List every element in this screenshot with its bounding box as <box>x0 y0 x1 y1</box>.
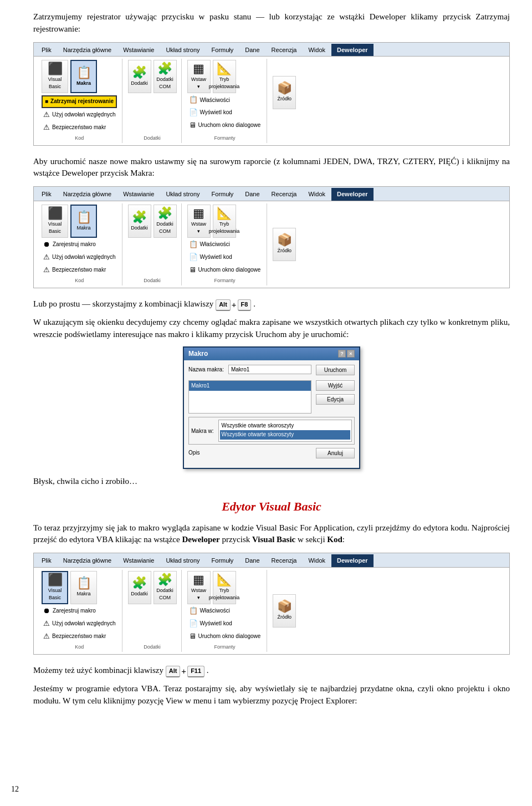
wyswietl-kod-btn-3[interactable]: 📄 Wyświetl kod <box>187 618 234 630</box>
tab-uklad-2[interactable]: Układ strony <box>160 188 205 201</box>
tab-narzedzia-3[interactable]: Narzędzia główne <box>58 554 117 567</box>
paragraph-1: Zatrzymujemy rejestrator używając przyci… <box>33 11 510 35</box>
uruchom-okno-btn-1[interactable]: 🖥 Uruchom okno dialogowe <box>187 120 263 131</box>
tab-uklad-3[interactable]: Układ strony <box>160 554 205 567</box>
dropdown-item-1[interactable]: Wszystkie otwarte skoroszyty <box>220 421 350 431</box>
visual-basic-btn-3[interactable]: ⬛ VisualBasic <box>42 571 68 604</box>
makra-btn-2[interactable]: 📋 Makra <box>70 205 97 238</box>
tab-wstawianie-2[interactable]: Wstawianie <box>117 188 160 201</box>
tab-narzedzia-2[interactable]: Narzędzia główne <box>58 188 117 201</box>
dialog-cancel-btn[interactable]: Anuluj <box>316 448 355 458</box>
tab-uklad-1[interactable]: Układ strony <box>160 44 205 57</box>
tab-widok-3[interactable]: Widok <box>303 554 331 567</box>
wstaw-btn-3[interactable]: ▦ Wstaw ▾ <box>187 571 211 604</box>
tab-plik-2[interactable]: Plik <box>36 188 57 201</box>
wstaw-btn-2[interactable]: ▦ Wstaw ▾ <box>187 205 211 238</box>
dodatki-com-btn-3[interactable]: 🧩 Dodatki COM <box>154 571 177 604</box>
dodatki-row-2: 🧩 Dodatki 🧩 Dodatki COM <box>128 205 177 238</box>
bezp-btn-2[interactable]: ⚠ Bezpieczeństwo makr <box>42 264 108 276</box>
tab-recenzja-3[interactable]: Recenzja <box>266 554 303 567</box>
formanty-content-1: ▦ Wstaw ▾ 📐 Tryb projektowania 📋 Właściw… <box>187 60 263 133</box>
odwolania-icon-1: ⚠ <box>43 110 50 120</box>
dropdown-item-2[interactable]: Wszystkie otwarte skoroszyty <box>220 430 350 440</box>
dialog-list-item-1[interactable]: Makro1 <box>189 381 311 391</box>
odwolania-btn-3[interactable]: ⚠ Użyj odwołań względnych <box>42 618 117 630</box>
tab-wstawianie-1[interactable]: Wstawianie <box>117 44 160 57</box>
wyswietl-kod-btn-1[interactable]: 📄 Wyświetl kod <box>187 107 234 119</box>
tab-plik-3[interactable]: Plik <box>36 554 57 567</box>
p2-text: Aby uruchomić nasze nowe makro ustawmy s… <box>33 157 510 178</box>
dialog-exit-btn[interactable]: Wyjść <box>316 380 355 391</box>
dialog-macro-list[interactable]: Makro1 <box>188 380 311 414</box>
tab-narzedzia-1[interactable]: Narzędzia główne <box>58 44 117 57</box>
dodatki-content-1: 🧩 Dodatki 🧩 Dodatki COM <box>128 60 177 133</box>
dialog-close-btn[interactable]: × <box>347 350 355 358</box>
wstaw-btn-1[interactable]: ▦ Wstaw ▾ <box>187 60 211 93</box>
dod-com2-label: Dodatki COM <box>156 221 175 235</box>
visual-basic-btn-1[interactable]: ⬛ VisualBasic <box>42 60 68 93</box>
dodatki-com-btn-1[interactable]: 🧩 Dodatki COM <box>154 60 177 93</box>
bezp3-icon: ⚠ <box>43 631 50 642</box>
wlasciw-icon-1: 📋 <box>189 95 198 105</box>
tab-formuly-1[interactable]: Formuły <box>206 44 239 57</box>
tab-dane-3[interactable]: Dane <box>239 554 265 567</box>
tab-deweloper-1[interactable]: Deweloper <box>331 44 374 57</box>
dialog-dropdown[interactable]: Wszystkie otwarte skoroszyty Wszystkie o… <box>218 420 352 442</box>
wlasciwosci-btn-3[interactable]: 📋 Właściwości <box>187 605 232 617</box>
tryb-btn-3[interactable]: 📐 Tryb projektowania <box>213 571 236 604</box>
zarejestruj-btn-3[interactable]: ⏺ Zarejestruj makro <box>42 605 98 617</box>
makra-btn-3[interactable]: 📋 Makra <box>70 571 97 604</box>
vb3-label: VisualBasic <box>48 587 62 601</box>
makra-btn-1[interactable]: 📋 Makra <box>70 60 97 93</box>
bezp-btn-3[interactable]: ⚠ Bezpieczeństwo makr <box>42 631 108 642</box>
dod-com3-icon: 🧩 <box>157 574 172 586</box>
zrodlo-btn-3[interactable]: 📦 Źródło <box>273 594 296 628</box>
wstaw-icon-1: ▦ <box>193 63 204 75</box>
odwolania-btn-1[interactable]: ⚠ Użyj odwołań względnych <box>42 109 117 121</box>
tab-recenzja-2[interactable]: Recenzja <box>266 188 303 201</box>
wlasciw3-label: Właściwości <box>200 607 230 615</box>
wlasciwosci-btn-1[interactable]: 📋 Właściwości <box>187 94 232 106</box>
zatrzymaj-btn-1[interactable]: ■ Zatrzymaj rejestrowanie <box>42 95 117 108</box>
dropdown-item-3[interactable]: Ten skoroszyt <box>220 440 350 442</box>
wyswietl-kod-btn-2[interactable]: 📄 Wyświetl kod <box>187 252 234 263</box>
ribbon-group-dodatki-2: 🧩 Dodatki 🧩 Dodatki COM Dodatki <box>124 203 182 285</box>
zrodlo-btn-2[interactable]: 📦 Źródło <box>273 228 296 261</box>
ribbon-body-3: ⬛ VisualBasic 📋 Makra ⏺ Zarejestruj makr… <box>34 568 509 654</box>
dodatki-com-btn-2[interactable]: 🧩 Dodatki COM <box>154 205 177 238</box>
dodatki-btn-3[interactable]: 🧩 Dodatki <box>128 571 151 604</box>
odwolania-btn-2[interactable]: ⚠ Użyj odwołań względnych <box>42 252 117 263</box>
tab-widok-2[interactable]: Widok <box>303 188 331 201</box>
uruchom-okno-btn-3[interactable]: 🖥 Uruchom okno dialogowe <box>187 631 263 642</box>
dialog-run-btn[interactable]: Uruchom <box>316 365 355 375</box>
dialog-edit-btn[interactable]: Edycja <box>316 394 355 405</box>
wyswietl2-label: Wyświetl kod <box>200 253 232 262</box>
tryb2-label: Tryb projektowania <box>209 221 240 235</box>
tab-widok-1[interactable]: Widok <box>303 44 331 57</box>
bezpieczenstwo-btn-1[interactable]: ⚠ Bezpieczeństwo makr <box>42 122 108 134</box>
uruchom-okno-btn-2[interactable]: 🖥 Uruchom okno dialogowe <box>187 264 263 276</box>
wstaw2-icon: ▦ <box>193 207 204 220</box>
wstaw3-icon: ▦ <box>193 574 204 586</box>
wlasciwosci-btn-2[interactable]: 📋 Właściwości <box>187 239 232 251</box>
dodatki-btn-2[interactable]: 🧩 Dodatki <box>128 205 151 238</box>
tab-dane-2[interactable]: Dane <box>239 188 265 201</box>
dodatki-btn-1[interactable]: 🧩 Dodatki <box>128 60 151 93</box>
dialog-help-btn[interactable]: ? <box>338 350 346 358</box>
zarejestruj-btn-2[interactable]: ⏺ Zarejestruj makro <box>42 239 98 251</box>
tryb-btn-1[interactable]: 📐 Tryb projektowania <box>213 60 236 93</box>
dialog-name-input[interactable] <box>228 365 311 374</box>
tab-deweloper-2[interactable]: Deweloper <box>331 188 374 201</box>
tab-formuly-3[interactable]: Formuły <box>206 554 239 567</box>
tryb-btn-2[interactable]: 📐 Tryb projektowania <box>213 205 236 238</box>
tab-plik-1[interactable]: Plik <box>36 44 57 57</box>
p6-colon: : <box>342 535 345 544</box>
visual-basic-btn-2[interactable]: ⬛ VisualBasic <box>42 205 68 238</box>
tab-deweloper-3[interactable]: Deweloper <box>331 554 374 567</box>
tab-recenzja-1[interactable]: Recenzja <box>266 44 303 57</box>
zrodlo-btn-1[interactable]: 📦 Źródło <box>273 76 296 109</box>
tab-dane-1[interactable]: Dane <box>239 44 265 57</box>
ribbon-screenshot-3: Plik Narzędzia główne Wstawianie Układ s… <box>33 553 510 655</box>
tab-wstawianie-3[interactable]: Wstawianie <box>117 554 160 567</box>
tab-formuly-2[interactable]: Formuły <box>206 188 239 201</box>
